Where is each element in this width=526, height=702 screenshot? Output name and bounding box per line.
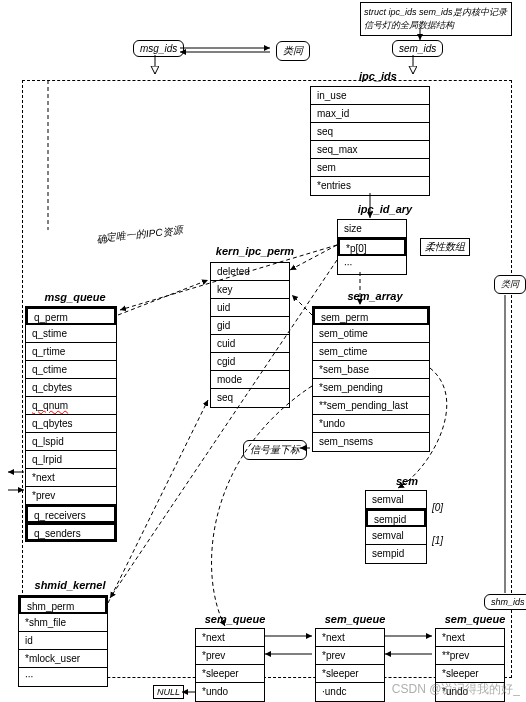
- field: *prev: [26, 487, 116, 505]
- field: *undo: [196, 683, 264, 701]
- field: *shm_file: [19, 614, 107, 632]
- struct-sem-array: sem_perm sem_otime sem_ctime *sem_base *…: [312, 306, 430, 452]
- field: *undo: [313, 415, 429, 433]
- field: *prev: [316, 647, 384, 665]
- field: semval: [366, 527, 426, 545]
- struct-sem-queue-2: *next *prev *sleeper ·undc: [315, 628, 385, 702]
- field: sem_perm: [313, 307, 429, 325]
- field: *next: [26, 469, 116, 487]
- field: q_qnum: [26, 397, 116, 415]
- field: *entries: [311, 177, 429, 195]
- field: q_senders: [26, 523, 116, 541]
- title-ipc-ids: ipc_ids: [333, 70, 423, 82]
- label-same-2: 类同: [494, 275, 526, 294]
- field: *sem_base: [313, 361, 429, 379]
- field: deleted: [211, 263, 289, 281]
- field: q_rtime: [26, 343, 116, 361]
- field: ···: [19, 668, 107, 686]
- field: sempid: [366, 545, 426, 563]
- field: *sem_pending: [313, 379, 429, 397]
- title-sem: sem: [382, 475, 432, 487]
- struct-sem-queue-1: *next *prev *sleeper *undo: [195, 628, 265, 702]
- field: q_qbytes: [26, 415, 116, 433]
- field: q_receivers: [26, 505, 116, 523]
- title-sem-queue-1: sem_queue: [195, 613, 275, 625]
- field: q_cbytes: [26, 379, 116, 397]
- title-sem-queue-2: sem_queue: [315, 613, 395, 625]
- field: cgid: [211, 353, 289, 371]
- field: max_id: [311, 105, 429, 123]
- struct-sem: semval sempid semval sempid: [365, 490, 427, 564]
- watermark: CSDN @说记得我的好_: [392, 681, 520, 698]
- field: **sem_pending_last: [313, 397, 429, 415]
- field: *mlock_user: [19, 650, 107, 668]
- idx-1: [1]: [432, 535, 443, 546]
- idx-0: [0]: [432, 502, 443, 513]
- struct-ipc-id-ary: size *p[0] ···: [337, 219, 407, 275]
- field: sem_ctime: [313, 343, 429, 361]
- field: *p[0]: [338, 238, 406, 256]
- field: key: [211, 281, 289, 299]
- field: seq_max: [311, 141, 429, 159]
- field: q_lrpid: [26, 451, 116, 469]
- field: *sleeper: [316, 665, 384, 683]
- label-shm-ids: shm_ids: [484, 594, 526, 610]
- label-msg-ids: msg_ids: [133, 40, 184, 57]
- field: q_stime: [26, 325, 116, 343]
- field: ·undc: [316, 683, 384, 701]
- title-kern-ipc-perm: kern_ipc_perm: [200, 245, 310, 257]
- field: *sleeper: [196, 665, 264, 683]
- field: seq: [311, 123, 429, 141]
- struct-msg-queue: q_perm q_stime q_rtime q_ctime q_cbytes …: [25, 306, 117, 542]
- field: ···: [338, 256, 406, 274]
- field: *next: [436, 629, 504, 647]
- struct-ipc-ids: in_use max_id seq seq_max sem *entries: [310, 86, 430, 196]
- field: sem: [311, 159, 429, 177]
- field: sem_nsems: [313, 433, 429, 451]
- field: *next: [316, 629, 384, 647]
- note-text: struct ipc_ids sem_ids是内核中记录信号灯的全局数据结构: [364, 6, 508, 32]
- title-sem-queue-3: sem_queue: [435, 613, 515, 625]
- note-struct-sem-ids: struct ipc_ids sem_ids是内核中记录信号灯的全局数据结构: [360, 2, 512, 36]
- field: size: [338, 220, 406, 238]
- title-msg-queue: msg_queue: [30, 291, 120, 303]
- field: cuid: [211, 335, 289, 353]
- field: shm_perm: [19, 596, 107, 614]
- field: q_lspid: [26, 433, 116, 451]
- field-text: q_qnum: [32, 400, 68, 411]
- title-sem-array: sem_array: [330, 290, 420, 302]
- struct-shmid-kernel: shm_perm *shm_file id *mlock_user ···: [18, 595, 108, 687]
- field: q_perm: [26, 307, 116, 325]
- field: sempid: [366, 509, 426, 527]
- field: seq: [211, 389, 289, 407]
- title-shmid-kernel: shmid_kernel: [20, 579, 120, 591]
- field: semval: [366, 491, 426, 509]
- field: *prev: [196, 647, 264, 665]
- field: sem_otime: [313, 325, 429, 343]
- field: in_use: [311, 87, 429, 105]
- field: uid: [211, 299, 289, 317]
- label-sem-ids: sem_ids: [392, 40, 443, 57]
- field: id: [19, 632, 107, 650]
- field: *next: [196, 629, 264, 647]
- struct-kern-ipc-perm: deleted key uid gid cuid cgid mode seq: [210, 262, 290, 408]
- field: **prev: [436, 647, 504, 665]
- field: mode: [211, 371, 289, 389]
- label-same-1: 类同: [276, 41, 310, 61]
- annot-flex-array: 柔性数组: [420, 238, 470, 256]
- label-sem-index: 信号量下标: [243, 440, 307, 460]
- label-null: NULL: [153, 685, 184, 699]
- title-ipc-id-ary: ipc_id_ary: [340, 203, 430, 215]
- field: gid: [211, 317, 289, 335]
- field: q_ctime: [26, 361, 116, 379]
